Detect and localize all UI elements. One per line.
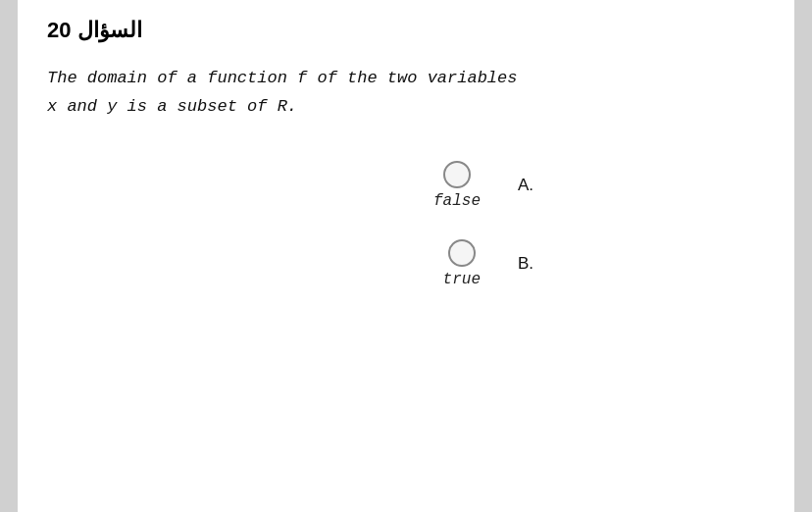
question-line-1: The domain of a function f of the two va… <box>47 65 765 93</box>
option-row-a: .A false <box>279 161 533 210</box>
radio-button-a[interactable] <box>443 161 471 188</box>
main-content: السؤال 20 The domain of a function f of … <box>18 0 794 512</box>
options-area: .A false .B true <box>18 161 794 288</box>
left-bar <box>0 0 18 512</box>
right-bar <box>794 0 812 512</box>
option-value-a: false <box>433 192 481 210</box>
option-row-b: .B true <box>279 239 533 288</box>
option-label-b: .B <box>504 254 533 274</box>
option-label-a: .A <box>504 176 533 195</box>
option-value-b: true <box>443 271 481 288</box>
radio-container-b: true <box>443 239 481 288</box>
page-container: السؤال 20 The domain of a function f of … <box>0 0 812 512</box>
radio-button-b[interactable] <box>448 239 476 267</box>
question-header: السؤال 20 <box>18 0 794 53</box>
question-text: The domain of a function f of the two va… <box>18 53 794 122</box>
question-line-2: x and y is a subset of R. <box>47 93 765 122</box>
question-number: السؤال 20 <box>47 18 142 43</box>
radio-container-a: false <box>433 161 481 210</box>
